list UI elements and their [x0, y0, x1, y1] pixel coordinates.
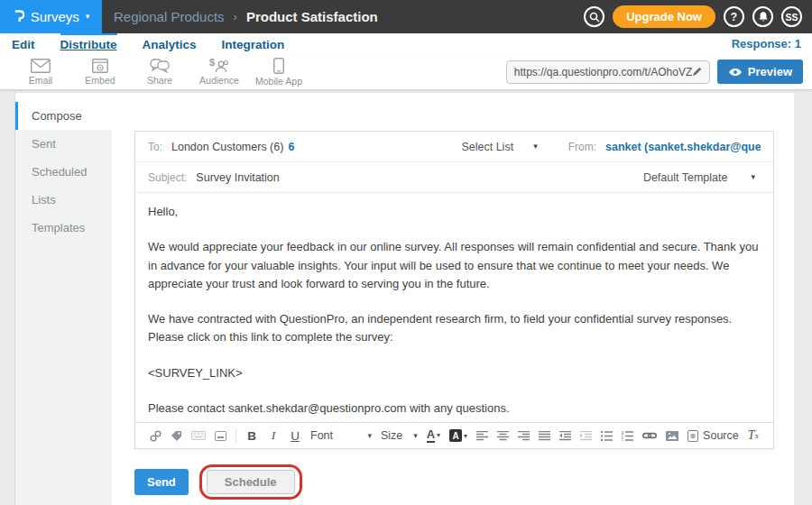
questionpro-logo-icon: [13, 9, 24, 24]
survey-url-field[interactable]: https://qa.questionpro.com/t/AOhoVZfqml: [506, 60, 710, 84]
sidebar-item-sent[interactable]: Sent: [15, 130, 112, 158]
question-mark-icon: ?: [731, 11, 737, 23]
survey-url: https://qa.questionpro.com/t/AOhoVZfqml: [514, 66, 692, 78]
email-body-editor[interactable]: Hello, We would appreciate your feedback…: [135, 193, 773, 422]
align-left-icon: [476, 431, 488, 441]
body-paragraph: We have contracted with QuestionPro, an …: [148, 310, 761, 347]
insert-link-button[interactable]: [642, 431, 657, 440]
sidebar-item-scheduled[interactable]: Scheduled: [15, 158, 112, 186]
breadcrumb-parent[interactable]: Regional Products: [114, 9, 225, 24]
indent-icon: [580, 431, 592, 441]
compose-actions: Send Schedule: [134, 464, 302, 500]
tab-edit[interactable]: Edit: [12, 33, 35, 54]
channel-embed-label: Embed: [85, 75, 115, 86]
text-color-button[interactable]: A ▾: [427, 428, 440, 443]
notifications-button[interactable]: [752, 6, 773, 27]
audience-icon: $: [209, 58, 229, 73]
send-button[interactable]: Send: [134, 469, 189, 495]
response-count[interactable]: Response: 1: [732, 33, 812, 54]
keyboard-button[interactable]: [191, 431, 206, 440]
merge-tag-button[interactable]: [171, 430, 182, 442]
channel-share-label: Share: [147, 75, 172, 86]
outdent-button[interactable]: [559, 431, 571, 441]
tab-integration[interactable]: Integration: [222, 33, 285, 54]
align-left-button[interactable]: [476, 431, 488, 441]
source-button[interactable]: Source: [687, 429, 739, 442]
merge-link-button[interactable]: [150, 430, 161, 442]
eye-icon: [728, 68, 743, 77]
indent-button[interactable]: [580, 431, 592, 441]
remove-format-x: x: [755, 431, 760, 440]
surveys-menu[interactable]: Surveys ▾: [0, 0, 102, 33]
breadcrumb-separator-icon: ›: [234, 10, 237, 23]
chevron-down-icon: ▾: [86, 13, 90, 21]
template-dropdown[interactable]: Default Template ▾: [643, 171, 761, 184]
embed-icon: [92, 59, 108, 73]
button-field-icon: [215, 431, 226, 441]
editor-toolbar: B I U Font ▾ Size ▾ A ▾ A ▾: [135, 422, 773, 448]
subject-input[interactable]: Survey Invitation: [196, 171, 279, 184]
font-dropdown[interactable]: Font ▾: [310, 429, 372, 442]
to-value[interactable]: London Customers (6): [171, 141, 283, 153]
subject-label: Subject:: [148, 171, 187, 184]
avatar[interactable]: SS: [781, 6, 802, 27]
form-field-button[interactable]: [215, 431, 226, 441]
font-dropdown-label: Font: [310, 429, 333, 442]
link-icon: [642, 431, 657, 440]
to-label: To:: [148, 141, 162, 153]
background-color-letter: A: [449, 429, 462, 442]
compose-card: To: London Customers (6) 6 Select List ▾…: [134, 131, 774, 449]
chevron-down-icon: ▾: [413, 432, 418, 440]
bold-button[interactable]: B: [245, 429, 258, 443]
background-color-button[interactable]: A ▾: [449, 429, 467, 442]
header-actions: Upgrade Now ? SS: [584, 5, 812, 28]
top-header: Surveys ▾ Regional Products › Product Sa…: [0, 0, 812, 33]
numbered-list-icon: [622, 431, 633, 441]
text-color-letter: A: [427, 428, 435, 443]
align-right-button[interactable]: [518, 431, 530, 441]
channel-embed[interactable]: Embed: [70, 59, 130, 86]
channel-email[interactable]: Email: [11, 59, 70, 86]
channel-mobile-app[interactable]: Mobile App: [249, 58, 309, 87]
subject-row: Subject: Survey Invitation Default Templ…: [135, 162, 773, 193]
underline-button[interactable]: U: [289, 429, 301, 443]
template-label: Default Template: [643, 171, 728, 184]
edit-pencil-icon[interactable]: [692, 67, 702, 77]
justify-icon: [539, 431, 550, 441]
italic-button[interactable]: I: [267, 428, 280, 443]
red-annotation-highlight: Schedule: [199, 464, 302, 500]
help-button[interactable]: ?: [724, 6, 744, 27]
to-count[interactable]: 6: [288, 141, 294, 153]
bulleted-list-button[interactable]: [601, 431, 613, 441]
chain-rings-icon: [150, 430, 161, 442]
share-icon: [150, 59, 170, 73]
channel-share[interactable]: Share: [130, 59, 189, 86]
content-area: Compose Sent Scheduled Lists Templates T…: [0, 90, 812, 505]
from-value[interactable]: sanket (sanket.shekdar@ques...: [605, 141, 761, 153]
select-list-dropdown[interactable]: Select List ▾: [461, 141, 537, 153]
email-icon: [31, 59, 51, 73]
breadcrumb-current: Product Satisfaction: [246, 9, 378, 24]
sidebar-item-lists[interactable]: Lists: [15, 186, 112, 214]
align-center-icon: [497, 431, 509, 441]
channel-audience[interactable]: $ Audience: [189, 58, 249, 86]
tab-analytics[interactable]: Analytics: [143, 33, 197, 54]
svg-text:$: $: [209, 58, 215, 68]
tab-distribute[interactable]: Distribute: [60, 33, 117, 54]
sidebar-item-templates[interactable]: Templates: [15, 214, 112, 242]
upgrade-now-button[interactable]: Upgrade Now: [613, 5, 715, 28]
align-center-button[interactable]: [497, 431, 509, 441]
to-row: To: London Customers (6) 6 Select List ▾…: [135, 132, 773, 162]
schedule-button[interactable]: Schedule: [207, 470, 295, 494]
justify-button[interactable]: [539, 431, 550, 441]
size-dropdown-label: Size: [381, 429, 402, 442]
search-button[interactable]: [584, 6, 604, 27]
channel-email-label: Email: [29, 75, 52, 86]
sidebar-item-compose[interactable]: Compose: [15, 102, 112, 130]
insert-image-button[interactable]: [666, 431, 678, 441]
numbered-list-button[interactable]: [622, 431, 633, 441]
remove-format-button[interactable]: Tx: [748, 428, 759, 443]
surveys-menu-label: Surveys: [31, 9, 79, 24]
preview-button[interactable]: Preview: [717, 60, 803, 84]
size-dropdown[interactable]: Size ▾: [381, 429, 418, 442]
